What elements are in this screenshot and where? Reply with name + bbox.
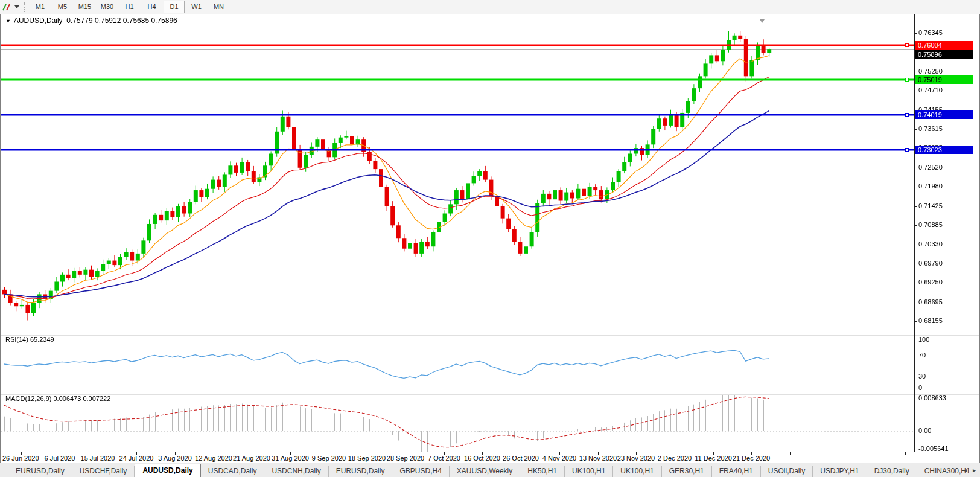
- rsi-label: RSI(14) 65.2349: [5, 336, 54, 343]
- chart-tab-gbpusd-h4[interactable]: GBPUSD,H4: [392, 466, 449, 477]
- panel-separator[interactable]: [1, 333, 979, 336]
- rsi-scale-label: 70: [918, 351, 926, 359]
- hline-price-badge: 0.75019: [915, 75, 973, 84]
- price-tick-mark: [914, 187, 917, 187]
- chart-tab-usdjpy-h1[interactable]: USDJPY,H1: [813, 466, 867, 477]
- date-label: 15 Jul 2020: [81, 455, 115, 462]
- price-tick-mark: [914, 72, 917, 72]
- price-tick-mark: [914, 303, 917, 303]
- price-tick-label: 0.75250: [918, 68, 943, 75]
- chart-tab-usoil-daily[interactable]: USOil,Daily: [761, 466, 813, 477]
- chart-tabs: EURUSD,DailyUSDCHF,DailyAUDUSD,DailyUSDC…: [0, 463, 980, 477]
- chart-tab-dj30-daily[interactable]: DJ30,Daily: [867, 466, 917, 477]
- timeframe-button-mn[interactable]: MN: [208, 1, 229, 13]
- time-tick-mark: [905, 452, 906, 455]
- timeframe-button-h1[interactable]: H1: [119, 1, 140, 13]
- tab-scroll-right-icon[interactable]: ▸: [970, 466, 979, 475]
- chart-tab-usdchf-daily[interactable]: USDCHF,Daily: [72, 466, 135, 477]
- price-tick-mark: [914, 129, 917, 130]
- date-label: 9 Sep 2020: [312, 455, 346, 462]
- rsi-scale-label: 100: [918, 336, 929, 343]
- date-label: 4 Nov 2020: [542, 455, 576, 462]
- date-label: 21 Dec 2020: [733, 455, 770, 462]
- price-tick-label: 0.70885: [918, 221, 943, 228]
- chart-tab-eurusd-daily[interactable]: EURUSD,Daily: [8, 466, 72, 477]
- chart-tab-ger30-h1[interactable]: GER30,H1: [662, 466, 712, 477]
- current-price-badge: 0.75896: [915, 50, 973, 59]
- date-label: 11 Dec 2020: [695, 455, 732, 462]
- macd-label: MACD(12,26,9) 0.006473 0.007222: [5, 395, 110, 402]
- price-tick-mark: [914, 264, 917, 264]
- price-tick-label: 0.69790: [918, 260, 943, 267]
- tabs-container: EURUSD,DailyUSDCHF,DailyAUDUSD,DailyUSDC…: [8, 464, 980, 477]
- timeframe-button-m15[interactable]: M15: [74, 1, 95, 13]
- price-tick-label: 0.72520: [918, 164, 943, 171]
- chart-tab-fra40-h1[interactable]: FRA40,H1: [712, 466, 761, 477]
- price-tick-mark: [914, 91, 917, 91]
- macd-scale-label: 0.00: [918, 427, 931, 434]
- chart-tab-xauusd-weekly[interactable]: XAUUSD,Weekly: [450, 466, 520, 477]
- price-tick-label: 0.70330: [918, 240, 943, 248]
- chart-window: ▼AUDUSD,Daily 0.75779 0.75912 0.75685 0.…: [0, 14, 980, 463]
- price-tick-label: 0.73615: [918, 125, 943, 132]
- price-tick-label: 0.74710: [918, 86, 943, 94]
- chart-tab-uk100-h1[interactable]: UK100,H1: [613, 466, 661, 477]
- date-label: 16 Oct 2020: [464, 455, 500, 462]
- price-tick-mark: [914, 245, 917, 245]
- ohlc-values: 0.75779 0.75912 0.75685 0.75896: [66, 16, 177, 25]
- price-tick-mark: [914, 321, 917, 322]
- price-tick-label: 0.76345: [918, 29, 943, 36]
- timeframe-button-w1[interactable]: W1: [186, 1, 207, 13]
- chart-shift-marker-icon[interactable]: [760, 19, 765, 23]
- date-label: 13 Nov 2020: [579, 455, 617, 462]
- hline-price-badge: 0.73023: [915, 146, 973, 154]
- price-tick-mark: [914, 206, 917, 207]
- date-label: 18 Sep 2020: [348, 455, 386, 462]
- date-label: 26 Jun 2020: [2, 455, 39, 462]
- chart-tools-icon[interactable]: [1, 2, 13, 12]
- price-tick-label: 0.68695: [918, 298, 943, 306]
- macd-scale-label: -0.005641: [918, 445, 949, 452]
- price-tick-mark: [914, 225, 917, 226]
- timeframe-button-d1[interactable]: D1: [164, 1, 185, 13]
- date-label: 3 Aug 2020: [158, 455, 192, 462]
- price-tick-label: 0.71980: [918, 182, 943, 190]
- timeframe-button-m5[interactable]: M5: [52, 1, 73, 13]
- chart-tab-eurusd-daily[interactable]: EURUSD,Daily: [329, 466, 393, 477]
- hline-price-badge: 0.74019: [915, 110, 973, 119]
- date-label: 31 Aug 2020: [272, 455, 309, 462]
- date-label: 24 Jul 2020: [119, 455, 154, 462]
- time-tick-mark: [867, 452, 867, 455]
- dropdown-caret-icon[interactable]: [14, 5, 19, 8]
- timeframe-button-h4[interactable]: H4: [141, 1, 162, 13]
- timeframe-button-m1[interactable]: M1: [30, 1, 51, 13]
- symbol-period-label: AUDUSD,Daily: [14, 16, 63, 25]
- toolbar: M1M5M15M30H1H4D1W1MN: [0, 0, 980, 14]
- price-chart-canvas[interactable]: [1, 14, 914, 333]
- macd-scale-label: 0.008633: [918, 394, 946, 402]
- price-tick-label: 0.71425: [918, 202, 943, 210]
- date-label: 21 Aug 2020: [233, 455, 270, 462]
- date-label: 6 Jul 2020: [45, 455, 75, 462]
- date-label: 28 Sep 2020: [387, 455, 424, 462]
- toolbar-grip[interactable]: [24, 2, 25, 12]
- date-label: 26 Oct 2020: [503, 455, 539, 462]
- tab-scroll-left-icon[interactable]: ◂: [961, 466, 970, 475]
- panel-separator[interactable]: [1, 392, 979, 395]
- macd-indicator-canvas[interactable]: [1, 394, 914, 452]
- timeframe-button-m30[interactable]: M30: [97, 1, 118, 13]
- date-label: 23 Nov 2020: [617, 455, 655, 462]
- chart-tab-usdcnh-daily[interactable]: USDCNH,Daily: [264, 466, 328, 477]
- hline-price-badge: 0.76004: [915, 41, 973, 50]
- price-tick-mark: [914, 283, 917, 283]
- chart-tab-hk50-h1[interactable]: HK50,H1: [520, 466, 565, 477]
- price-tick-label: 0.68155: [918, 317, 943, 324]
- chart-tab-usdcad-daily[interactable]: USDCAD,Daily: [201, 466, 265, 477]
- rsi-indicator-canvas[interactable]: [1, 335, 914, 392]
- collapse-caret-icon[interactable]: ▼: [5, 18, 11, 24]
- timeframe-buttons: M1M5M15M30H1H4D1W1MN: [29, 1, 230, 13]
- chart-tab-audusd-daily[interactable]: AUDUSD,Daily: [135, 464, 200, 477]
- time-tick-mark: [829, 452, 829, 455]
- price-tick-mark: [914, 168, 917, 168]
- chart-tab-uk100-h1[interactable]: UK100,H1: [565, 466, 613, 477]
